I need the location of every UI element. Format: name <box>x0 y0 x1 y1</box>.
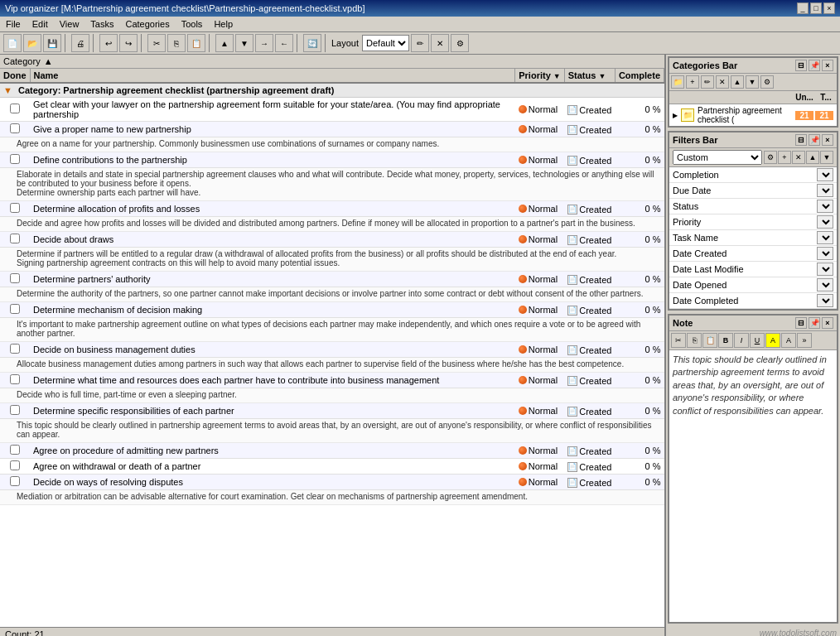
task-checkbox[interactable] <box>10 234 20 243</box>
col-name[interactable]: Name <box>30 69 515 83</box>
cat-panel-pin[interactable]: 📌 <box>809 60 820 71</box>
titlebar-controls[interactable]: _ □ × <box>797 2 835 14</box>
task-checkbox-cell[interactable] <box>0 272 30 287</box>
tb-print-button[interactable]: 🖨 <box>71 34 89 52</box>
maximize-button[interactable]: □ <box>810 2 822 14</box>
task-checkbox[interactable] <box>10 405 20 415</box>
task-checkbox-cell[interactable] <box>0 443 30 459</box>
filter-field-select[interactable]: ▼ <box>817 263 833 276</box>
col-priority[interactable]: Priority ▼ <box>515 69 565 83</box>
cat-panel-close[interactable]: × <box>822 60 833 71</box>
filter-tb-2[interactable]: + <box>778 151 791 164</box>
cat-panel-restore[interactable]: ⊟ <box>795 60 807 71</box>
filter-tb-5[interactable]: ▼ <box>820 151 833 164</box>
tb-new-button[interactable]: 📄 <box>3 34 22 52</box>
filter-tb-4[interactable]: ▲ <box>806 151 819 164</box>
tb-open-button[interactable]: 📂 <box>23 34 41 52</box>
menu-tools[interactable]: Tools <box>179 18 205 30</box>
note-panel-close[interactable]: × <box>822 317 833 329</box>
task-checkbox[interactable] <box>10 123 20 133</box>
status-filter-icon[interactable]: ▼ <box>598 72 606 80</box>
task-checkbox-cell[interactable] <box>0 302 30 318</box>
tb-down-button[interactable]: ▼ <box>235 34 253 52</box>
task-checkbox[interactable] <box>10 460 20 470</box>
tb-refresh-button[interactable]: 🔄 <box>303 34 321 52</box>
filter-field-select[interactable]: ▼ <box>817 184 833 197</box>
menu-categories[interactable]: Categories <box>123 18 171 30</box>
filters-panel-controls[interactable]: ⊟ 📌 × <box>795 134 833 146</box>
tb-indent-button[interactable]: → <box>255 34 273 52</box>
note-expand[interactable]: » <box>797 333 812 348</box>
task-checkbox-cell[interactable] <box>0 232 30 248</box>
categories-panel-controls[interactable]: ⊟ 📌 × <box>795 60 833 71</box>
note-copy[interactable]: ⎘ <box>687 333 702 348</box>
tb-redo-button[interactable]: ↪ <box>119 34 138 52</box>
filter-panel-close[interactable]: × <box>822 134 833 146</box>
task-checkbox-cell[interactable] <box>0 201 30 217</box>
category-sort-icon[interactable]: ▲ <box>44 56 53 66</box>
filter-field-select[interactable]: ▼ <box>817 278 833 292</box>
task-checkbox-cell[interactable] <box>0 342 30 358</box>
filter-field-select[interactable]: ▼ <box>817 294 833 307</box>
cat-tb-4[interactable]: ✕ <box>716 75 729 89</box>
category-collapse-icon[interactable]: ▼ <box>3 85 12 95</box>
close-button[interactable]: × <box>823 2 835 14</box>
cat-tb-7[interactable]: ⚙ <box>760 75 774 89</box>
task-table[interactable]: Done Name Priority ▼ Status ▼ Complete <box>0 69 664 627</box>
tb-layout-options-button[interactable]: ⚙ <box>451 34 469 52</box>
cat-tb-2[interactable]: + <box>686 75 699 89</box>
tb-delete-layout-button[interactable]: ✕ <box>431 34 449 52</box>
priority-filter-icon[interactable]: ▼ <box>553 72 561 80</box>
task-checkbox-cell[interactable] <box>0 373 30 388</box>
cat-tb-5[interactable]: ▲ <box>731 75 744 89</box>
task-checkbox[interactable] <box>10 154 20 164</box>
note-paste[interactable]: 📋 <box>702 333 717 348</box>
cat-tb-6[interactable]: ▼ <box>746 75 759 89</box>
filter-preset-select[interactable]: Custom <box>673 150 762 165</box>
task-checkbox-cell[interactable] <box>0 459 30 475</box>
filter-tb-1[interactable]: ⚙ <box>764 151 777 164</box>
menu-help[interactable]: Help <box>211 18 235 30</box>
tb-edit-layout-button[interactable]: ✏ <box>411 34 429 52</box>
filter-panel-restore[interactable]: ⊟ <box>795 134 807 146</box>
note-bgcolor[interactable]: A <box>765 333 780 348</box>
layout-select[interactable]: Default <box>362 35 409 51</box>
filter-field-select[interactable]: ▼ <box>817 231 833 244</box>
tb-up-button[interactable]: ▲ <box>215 34 234 52</box>
note-panel-pin[interactable]: 📌 <box>809 317 820 329</box>
task-checkbox[interactable] <box>10 344 20 354</box>
filter-field-select[interactable]: ▼ <box>817 215 833 229</box>
task-checkbox[interactable] <box>10 304 20 314</box>
menu-tasks[interactable]: Tasks <box>88 18 116 30</box>
task-checkbox[interactable] <box>10 476 20 486</box>
note-panel-restore[interactable]: ⊟ <box>795 317 807 329</box>
cat-tb-1[interactable]: 📁 <box>671 75 684 89</box>
filter-field-select[interactable]: ▼ <box>817 247 833 260</box>
task-checkbox[interactable] <box>10 374 20 384</box>
menu-view[interactable]: View <box>57 18 82 30</box>
tb-save-button[interactable]: 💾 <box>43 34 61 52</box>
task-checkbox-cell[interactable] <box>0 152 30 168</box>
filter-tb-3[interactable]: ✕ <box>792 151 805 164</box>
task-checkbox[interactable] <box>10 203 20 213</box>
tb-undo-button[interactable]: ↩ <box>99 34 118 52</box>
tb-cut-button[interactable]: ✂ <box>147 34 166 52</box>
note-panel-controls[interactable]: ⊟ 📌 × <box>795 317 833 329</box>
category-item[interactable]: ▶ 📁 Partnership agreement checklist ( 21… <box>669 104 837 126</box>
note-color[interactable]: A <box>781 333 796 348</box>
task-checkbox-cell[interactable] <box>0 98 30 122</box>
cat-tb-3[interactable]: ✏ <box>701 75 714 89</box>
note-italic[interactable]: I <box>734 333 749 348</box>
filter-panel-pin[interactable]: 📌 <box>809 134 820 146</box>
note-cut[interactable]: ✂ <box>671 333 686 348</box>
col-status[interactable]: Status ▼ <box>564 69 615 83</box>
note-underline[interactable]: U <box>750 333 765 348</box>
tb-paste-button[interactable]: 📋 <box>187 34 205 52</box>
task-checkbox-cell[interactable] <box>0 122 30 137</box>
menu-file[interactable]: File <box>3 18 23 30</box>
filter-field-select[interactable]: ▼ <box>817 168 833 181</box>
task-checkbox[interactable] <box>10 104 20 113</box>
menu-edit[interactable]: Edit <box>30 18 51 30</box>
task-checkbox-cell[interactable] <box>0 403 30 419</box>
task-checkbox-cell[interactable] <box>0 475 30 490</box>
